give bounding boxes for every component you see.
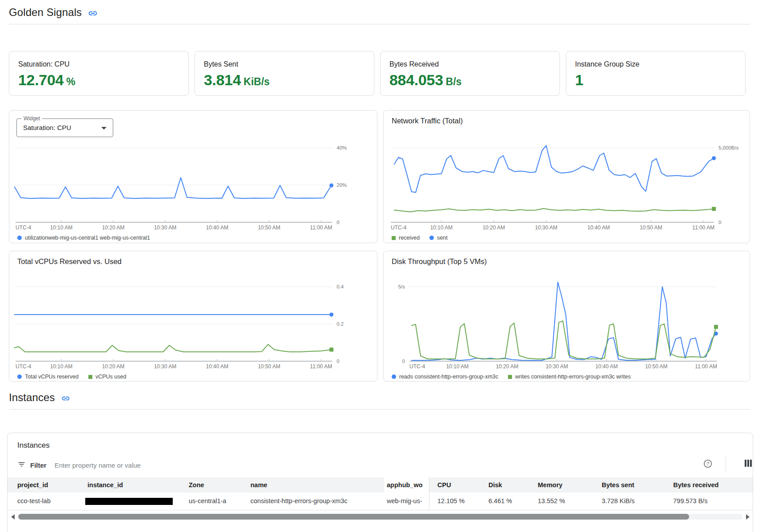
svg-text:10:10 AM: 10:10 AM: [50, 225, 73, 231]
scorecard-unit: %: [66, 76, 75, 87]
scorecard: Saturation: CPU12.704%: [9, 51, 189, 96]
svg-text:10:40 AM: 10:40 AM: [595, 363, 618, 370]
legend-entry[interactable]: writes consistent-http-errors-group-xm3c…: [508, 374, 631, 380]
svg-text:10:30 AM: 10:30 AM: [154, 363, 177, 370]
section-divider: [9, 24, 750, 24]
vcpus-chart[interactable]: 0.40.2010:10 AM10:20 AM10:30 AM10:40 AM1…: [9, 251, 377, 381]
table-header-cell: instance_id: [87, 477, 123, 493]
scorecard: Bytes Sent3.814KiB/s: [194, 51, 374, 96]
chart-card-network-traffic: Network Traffic (Total) 5,000B/s010:10 A…: [383, 110, 750, 243]
filter-input[interactable]: [55, 461, 664, 469]
table-cell: 799.573 B/s: [673, 493, 707, 510]
scrollbar-thumb[interactable]: [18, 514, 689, 520]
svg-text:40%: 40%: [337, 145, 347, 150]
scorecard-value: 1: [575, 71, 583, 88]
legend-label: received: [399, 235, 420, 241]
svg-text:0: 0: [402, 359, 405, 364]
svg-text:?: ?: [706, 461, 709, 466]
svg-text:5,000B/s: 5,000B/s: [718, 145, 739, 150]
scorecard-value: 3.814: [204, 71, 241, 88]
legend-label: writes consistent-http-errors-group-xm3c…: [515, 374, 631, 380]
legend-label: utilizationweb-mig-us-central1 web-mig-u…: [25, 235, 150, 241]
table-cell: 12.105 %: [437, 493, 464, 510]
filter-label: Filter: [30, 461, 47, 469]
horizontal-scrollbar[interactable]: [8, 513, 753, 520]
scorecard-value: 12.704: [18, 71, 63, 88]
scorecard-value: 884.053: [389, 71, 443, 88]
table-card-title: Instances: [17, 441, 50, 450]
chart-legend: utilizationweb-mig-us-central1 web-mig-u…: [17, 235, 150, 241]
help-icon[interactable]: ?: [703, 459, 713, 470]
link-icon[interactable]: [61, 394, 70, 403]
table-cell: 6.461 %: [488, 493, 512, 510]
svg-text:11:00 AM: 11:00 AM: [695, 363, 717, 370]
table-header-cell: Memory: [538, 477, 563, 493]
svg-text:UTC-4: UTC-4: [16, 225, 32, 231]
legend-label: Total vCPUs reserved: [25, 374, 79, 380]
svg-text:10:30 AM: 10:30 AM: [154, 225, 177, 231]
column-display-icon[interactable]: [744, 459, 753, 469]
chart-legend: Total vCPUs reservedvCPUs used: [17, 374, 126, 380]
legend-dot-icon: [429, 236, 434, 240]
table-header-cell: Bytes sent: [602, 477, 634, 493]
svg-text:10:40 AM: 10:40 AM: [206, 225, 229, 231]
scorecard: Instance Group Size1: [566, 51, 746, 96]
legend-dot-icon: [392, 374, 396, 379]
legend-label: reads consistent-http-errors-group-xm3c: [399, 374, 498, 380]
table-cell: web-mig-us-: [387, 493, 429, 510]
scroll-right-button[interactable]: [746, 514, 750, 520]
legend-entry[interactable]: vCPUs used: [88, 374, 126, 380]
legend-entry[interactable]: reads consistent-http-errors-group-xm3c: [392, 374, 498, 380]
table-header-row: project_idinstance_idZonenameapphub_woCP…: [8, 477, 753, 493]
scrollbar-track[interactable]: [18, 514, 742, 520]
svg-text:10:20 AM: 10:20 AM: [102, 225, 125, 231]
svg-text:10:20 AM: 10:20 AM: [102, 363, 125, 370]
chart-card-saturation-cpu: Widget Saturation: CPU 40%20%010:10 AM10…: [9, 110, 377, 243]
svg-text:10:10 AM: 10:10 AM: [430, 225, 453, 231]
svg-text:10:50 AM: 10:50 AM: [258, 225, 281, 231]
table-header-cell: apphub_wo: [387, 477, 429, 493]
network-traffic-chart[interactable]: 5,000B/s010:10 AM10:20 AM10:30 AM10:40 A…: [384, 110, 750, 243]
legend-label: sent: [437, 235, 448, 241]
svg-text:10:20 AM: 10:20 AM: [496, 363, 519, 370]
svg-text:5/s: 5/s: [398, 284, 405, 289]
filter-bar[interactable]: Filter: [17, 457, 664, 473]
svg-text:0: 0: [337, 220, 339, 225]
table-header-cell: Bytes received: [673, 477, 718, 493]
legend-entry[interactable]: sent: [429, 235, 448, 241]
scroll-left-button[interactable]: [11, 514, 15, 520]
scorecards-row: Saturation: CPU12.704%Bytes Sent3.814KiB…: [9, 51, 746, 96]
legend-square-icon: [392, 236, 396, 240]
filter-icon: [17, 460, 26, 470]
legend-entry[interactable]: Total vCPUs reserved: [17, 374, 79, 380]
legend-entry[interactable]: received: [392, 235, 420, 241]
svg-text:UTC-4: UTC-4: [409, 363, 425, 370]
scorecard-label: Bytes Received: [389, 60, 551, 68]
svg-text:0: 0: [718, 220, 721, 225]
svg-text:11:00 AM: 11:00 AM: [692, 225, 714, 231]
table-row[interactable]: cco-test-labus-central1-aconsistent-http…: [8, 493, 753, 510]
column-separator: [429, 477, 429, 511]
scorecard: Bytes Received884.053B/s: [380, 51, 560, 96]
scorecard-unit: B/s: [446, 76, 462, 87]
chart-legend: reads consistent-http-errors-group-xm3cw…: [392, 374, 631, 380]
link-icon[interactable]: [88, 8, 98, 18]
instances-table-card: Instances Filter ? project_idinstance_id…: [7, 433, 753, 532]
page-title: Golden Signals: [9, 6, 82, 19]
svg-text:0.4: 0.4: [337, 284, 344, 289]
section-header-instances: Instances: [9, 391, 70, 404]
redacted-instance-id: [85, 498, 173, 505]
chart-legend: receivedsent: [392, 235, 448, 241]
table-cell: cco-test-lab: [17, 493, 51, 510]
table-header-cell: project_id: [17, 477, 48, 493]
svg-text:10:40 AM: 10:40 AM: [587, 225, 610, 231]
svg-text:10:30 AM: 10:30 AM: [535, 225, 558, 231]
section-title: Instances: [9, 391, 55, 404]
saturation-cpu-chart[interactable]: 40%20%010:10 AM10:20 AM10:30 AM10:40 AM1…: [9, 110, 377, 243]
disk-throughput-chart[interactable]: 5/s010:10 AM10:20 AM10:30 AM10:40 AM10:5…: [384, 251, 750, 381]
legend-entry[interactable]: utilizationweb-mig-us-central1 web-mig-u…: [17, 235, 150, 241]
table-cell: 13.552 %: [538, 493, 565, 510]
chart-card-disk-throughput: Disk Throughput (Top 5 VMs) 5/s010:10 AM…: [383, 251, 750, 382]
table-cell: 3.728 KiB/s: [602, 493, 635, 510]
scorecard-label: Saturation: CPU: [18, 60, 179, 68]
